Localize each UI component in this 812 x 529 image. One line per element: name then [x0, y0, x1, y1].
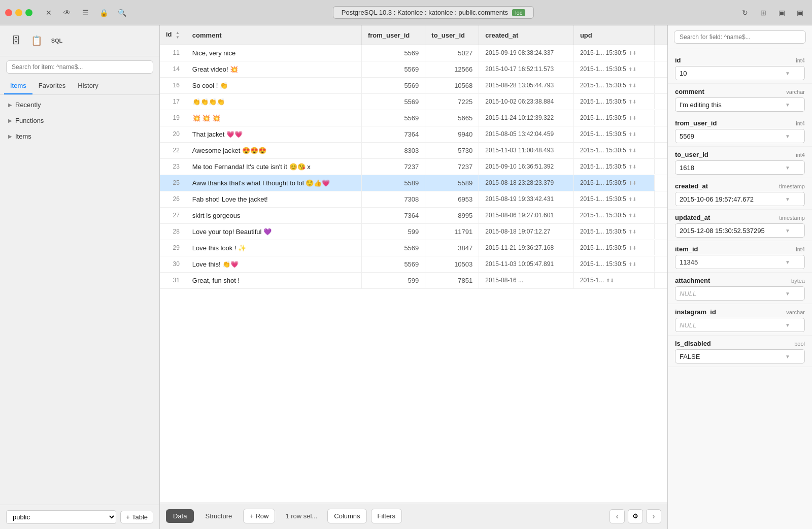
- search-icon[interactable]: 🔍: [115, 6, 129, 20]
- tab-data[interactable]: Data: [166, 509, 194, 523]
- sidebar-item-functions[interactable]: ▶ Functions: [0, 113, 159, 128]
- cell-from-user-id: 5569: [361, 240, 425, 256]
- close-button[interactable]: [5, 9, 12, 16]
- table-icon[interactable]: 📋: [26, 30, 47, 51]
- field-item: comment varchar I'm editing this ▼: [668, 84, 812, 115]
- table-wrapper[interactable]: id ▲▼ comment from_user_id to_user_id cr…: [160, 25, 667, 503]
- filters-button[interactable]: Filters: [371, 509, 402, 523]
- add-row-button[interactable]: + Row: [243, 509, 275, 523]
- tab-structure[interactable]: Structure: [198, 509, 239, 523]
- field-value-dropdown[interactable]: 1618 ▼: [675, 160, 805, 175]
- table-row[interactable]: 26 Fab shot! Love the jacket! 7308 6953 …: [160, 191, 667, 208]
- tab-items[interactable]: Items: [4, 78, 32, 94]
- cell-upd: 2015-1... 15:30:5 ⬆⬇: [574, 159, 655, 174]
- cell-comment: Love this! 👏💗: [186, 256, 361, 273]
- cell-from-user-id: 8303: [361, 143, 425, 159]
- cell-to-user-id: 9940: [425, 126, 479, 143]
- panel-left-icon[interactable]: ▣: [774, 6, 789, 20]
- grid-icon[interactable]: ⊞: [756, 6, 770, 20]
- cell-id: 23: [160, 159, 186, 175]
- table-row[interactable]: 22 Awesome jacket 😍😍😍 8303 5730 2015-11-…: [160, 143, 667, 159]
- col-header-to-user-id[interactable]: to_user_id: [425, 25, 479, 45]
- sidebar: 🗄 📋 SQL Items Favorites History ▶ Recent…: [0, 25, 160, 529]
- field-header: attachment bytea: [675, 277, 805, 284]
- cell-upd: 2015-1... 15:30:5 ⬆⬇: [574, 256, 655, 272]
- table-row[interactable]: 29 Love this look ! ✨ 5569 3847 2015-11-…: [160, 240, 667, 256]
- sidebar-bottom: public + Table: [0, 505, 159, 529]
- col-header-upd[interactable]: upd: [573, 25, 654, 45]
- cell-to-user-id: 7225: [425, 94, 479, 110]
- table-row[interactable]: 28 Love your top! Beautiful 💜 599 11791 …: [160, 224, 667, 240]
- table-row[interactable]: 27 skirt is gorgeous 7364 8995 2015-08-0…: [160, 208, 667, 224]
- field-value-dropdown[interactable]: NULL ▼: [675, 318, 805, 332]
- chevron-down-icon: ▼: [785, 165, 790, 171]
- table-row[interactable]: 30 Love this! 👏💗 5569 10503 2015-11-03 1…: [160, 256, 667, 273]
- field-value-dropdown[interactable]: 11345 ▼: [675, 255, 805, 269]
- table-row[interactable]: 14 Great video! 💥 5569 12566 2015-10-17 …: [160, 61, 667, 78]
- table-row[interactable]: 11 Nice, very nice 5569 5027 2015-09-19 …: [160, 45, 667, 61]
- field-value-dropdown[interactable]: 2015-10-06 19:57:47.672 ▼: [675, 192, 805, 206]
- col-header-comment[interactable]: comment: [186, 25, 361, 45]
- add-table-button[interactable]: + Table: [120, 511, 153, 523]
- minimize-button[interactable]: [15, 9, 22, 16]
- cell-from-user-id: 7364: [361, 208, 425, 224]
- field-value-dropdown[interactable]: 5569 ▼: [675, 129, 805, 143]
- cell-created-at: 2015-10-02 06:23:38.884: [479, 94, 574, 110]
- list-icon[interactable]: ☰: [78, 6, 92, 20]
- tab-history[interactable]: History: [72, 78, 104, 94]
- field-item: updated_at timestamp 2015-12-08 15:30:52…: [668, 210, 812, 241]
- tab-favorites[interactable]: Favorites: [32, 78, 72, 94]
- arrow-recently: ▶: [8, 102, 12, 108]
- cell-created-at: 2015-11-24 10:12:39.322: [479, 110, 574, 126]
- cell-upd: 2015-1... 15:30:5 ⬆⬇: [574, 224, 655, 239]
- database-icon[interactable]: 🗄: [6, 30, 26, 51]
- cell-upd: 2015-1... 15:30:5 ⬆⬇: [574, 208, 655, 223]
- field-item: created_at timestamp 2015-10-06 19:57:47…: [668, 178, 812, 210]
- sql-icon[interactable]: SQL: [47, 30, 67, 51]
- col-header-created-at[interactable]: created_at: [479, 25, 574, 45]
- table-row[interactable]: 17 👏👏👏👏 5569 7225 2015-10-02 06:23:38.88…: [160, 94, 667, 110]
- cell-id: 17: [160, 94, 186, 110]
- cell-to-user-id: 11791: [425, 224, 479, 240]
- field-value-dropdown[interactable]: NULL ▼: [675, 286, 805, 301]
- close-icon[interactable]: ✕: [42, 6, 56, 20]
- table-row[interactable]: 19 💥 💥 💥 5569 5665 2015-11-24 10:12:39.3…: [160, 110, 667, 126]
- cell-created-at: 2015-08-16 ...: [479, 273, 574, 289]
- field-name: is_disabled: [675, 340, 711, 347]
- lock-icon[interactable]: 🔒: [96, 6, 111, 20]
- sidebar-item-recently[interactable]: ▶ Recently: [0, 97, 159, 113]
- cell-id: 30: [160, 256, 186, 273]
- table-row[interactable]: 31 Great, fun shot ! 599 7851 2015-08-16…: [160, 273, 667, 289]
- cell-id: 29: [160, 240, 186, 256]
- panel-right-icon[interactable]: ▣: [793, 6, 807, 20]
- settings-button[interactable]: ⚙: [628, 509, 643, 523]
- table-row[interactable]: 20 That jacket 💗💗 7364 9940 2015-08-05 1…: [160, 126, 667, 143]
- field-value-text: 10: [680, 70, 785, 77]
- cell-from-user-id: 599: [361, 224, 425, 240]
- eye-icon[interactable]: 👁: [60, 6, 74, 20]
- fullscreen-button[interactable]: [25, 9, 32, 16]
- field-search-input[interactable]: [674, 30, 806, 44]
- field-value-dropdown[interactable]: 10 ▼: [675, 66, 805, 80]
- col-header-from-user-id[interactable]: from_user_id: [361, 25, 425, 45]
- field-value-dropdown[interactable]: 2015-12-08 15:30:52.537295 ▼: [675, 223, 805, 238]
- table-row[interactable]: 16 So cool ! 👏 5569 10568 2015-08-28 13:…: [160, 78, 667, 94]
- sidebar-item-items[interactable]: ▶ Items: [0, 128, 159, 144]
- table-row[interactable]: 25 Aww thanks that's what I thought to l…: [160, 175, 667, 191]
- table-row[interactable]: 23 Me too Fernanda! It's cute isn't it 😊…: [160, 159, 667, 175]
- field-value-dropdown[interactable]: I'm editing this ▼: [675, 97, 805, 112]
- col-header-id[interactable]: id ▲▼: [160, 25, 186, 45]
- refresh-icon[interactable]: ↻: [738, 6, 752, 20]
- prev-page-button[interactable]: ‹: [610, 509, 625, 523]
- schema-selector[interactable]: public: [6, 510, 116, 524]
- columns-button[interactable]: Columns: [327, 509, 366, 523]
- field-value-dropdown[interactable]: FALSE ▼: [675, 349, 805, 363]
- pagination-nav: ‹ ⚙ ›: [610, 509, 661, 523]
- arrow-functions: ▶: [8, 118, 12, 123]
- cell-from-user-id: 7364: [361, 126, 425, 143]
- cell-upd: 2015-1... 15:30:5 ⬆⬇: [574, 110, 655, 125]
- next-page-button[interactable]: ›: [646, 509, 661, 523]
- sidebar-search-input[interactable]: [6, 60, 153, 74]
- cell-id: 22: [160, 143, 186, 159]
- field-value-wrap: NULL ▼: [675, 286, 805, 301]
